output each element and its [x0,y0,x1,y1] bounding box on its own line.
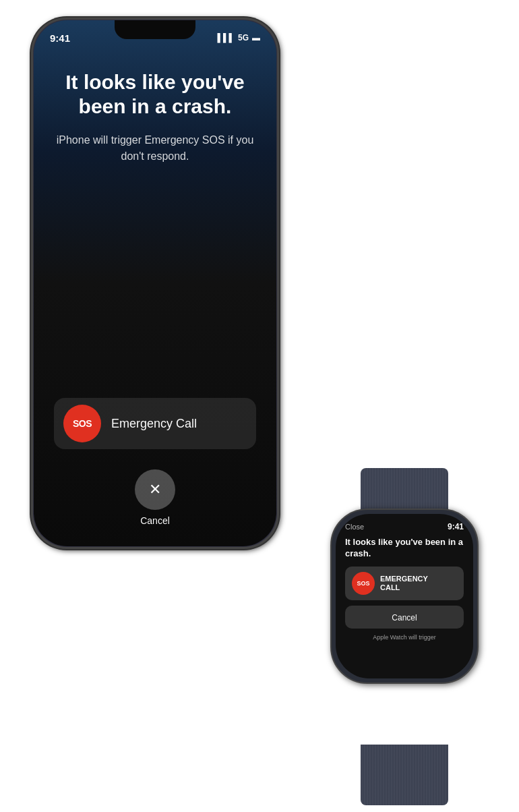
iphone-content: It looks like you've been in a crash. iP… [34,50,276,546]
status-time: 9:41 [50,32,70,44]
cancel-label: Cancel [140,515,170,526]
cancel-area: ✕ Cancel [135,469,175,526]
crash-subtitle: iPhone will trigger Emergency SOS if you… [54,132,256,165]
status-icons: ▌▌▌ 5G ▬ [217,33,260,42]
watch-emergency-label: EMERGENCY CALL [380,575,428,592]
network-badge: 5G [238,33,249,42]
watch-close-button[interactable]: Close [345,523,364,531]
sos-badge: SOS [73,418,92,429]
watch-sos-circle: SOS [352,572,375,595]
watch-time: 9:41 [448,522,464,531]
iphone-notch [115,20,195,39]
cancel-button[interactable]: ✕ [135,469,175,510]
watch-cancel-button[interactable]: Cancel [345,606,464,629]
cancel-icon: ✕ [149,481,161,498]
watch-case: Close 9:41 It looks like you've been in … [330,509,479,684]
battery-icon: ▬ [252,33,260,42]
watch-sos-badge: SOS [357,580,369,587]
watch-trigger-text: Apple Watch will trigger [345,634,464,642]
watch-top-bar: Close 9:41 [345,522,464,531]
signal-icon: ▌▌▌ [217,33,235,42]
watch-crash-title: It looks like you've been in a crash. [345,537,464,560]
sos-label: Emergency Call [111,417,197,431]
watch-crown [477,564,479,584]
sos-emergency-call-button[interactable]: SOS Emergency Call [54,398,256,449]
sos-circle: SOS [63,405,101,442]
scene: 9:41 ▌▌▌ 5G ▬ It looks like you've been … [0,0,519,812]
watch-screen: Close 9:41 It looks like you've been in … [336,514,473,678]
iphone-screen: 9:41 ▌▌▌ 5G ▬ It looks like you've been … [34,20,276,546]
watch-sos-button[interactable]: SOS EMERGENCY CALL [345,567,464,600]
watch-band-bottom [361,745,448,805]
watch-cancel-label: Cancel [392,613,417,622]
crash-title: It looks like you've been in a crash. [54,70,256,119]
apple-watch: Close 9:41 It looks like you've been in … [307,509,502,758]
